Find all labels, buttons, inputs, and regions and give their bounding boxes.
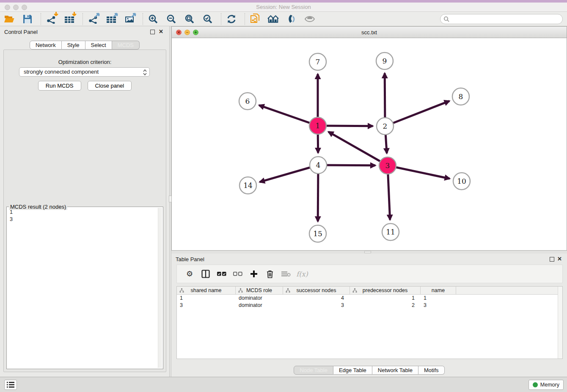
horizontal-splitter[interactable] (171, 251, 567, 254)
toolbar-separator (83, 13, 83, 25)
import-network-icon[interactable] (45, 13, 57, 25)
node-4[interactable]: 4 (310, 157, 327, 174)
cell-name[interactable]: 1 (421, 295, 456, 302)
houses-icon[interactable] (267, 13, 279, 25)
run-mcds-button[interactable]: Run MCDS (38, 81, 81, 91)
select-all-checks-icon[interactable] (216, 268, 227, 279)
result-scrollbar[interactable] (158, 208, 162, 368)
node-8[interactable]: 8 (452, 88, 469, 105)
edge-2-8[interactable] (385, 101, 449, 126)
float-panel-button[interactable] (150, 30, 155, 34)
node-9[interactable]: 9 (376, 52, 393, 69)
close-panel-button[interactable]: ✕ (159, 28, 163, 35)
criterion-value: strongly connected component (24, 69, 99, 75)
node-10[interactable]: 10 (453, 173, 470, 190)
table-row[interactable]: 1dominator411 (177, 295, 562, 302)
column-header-successor-nodes[interactable]: successor nodes (283, 287, 350, 294)
memory-button[interactable]: Memory (528, 380, 564, 390)
network-graph[interactable]: 7968124314101511 (172, 38, 567, 250)
cell-successor-nodes[interactable]: 4 (283, 295, 350, 302)
cell-shared-name[interactable]: 1 (177, 295, 236, 302)
function-builder-icon: f(x) (297, 268, 308, 279)
node-7[interactable]: 7 (309, 53, 326, 70)
delete-column-icon[interactable] (264, 268, 275, 279)
mcds-result-text[interactable]: 1 3 (8, 209, 157, 368)
criterion-select[interactable]: strongly connected component (19, 67, 150, 77)
import-table-icon[interactable] (63, 13, 75, 25)
memory-status-icon (533, 382, 538, 387)
zoom-out-icon[interactable] (165, 13, 177, 25)
close-table-panel-button[interactable]: ✕ (557, 256, 562, 262)
control-panel: Control Panel ✕ NetworkStyleSelectMCDS O… (0, 26, 169, 377)
table-tab-node-table[interactable]: Node Table (294, 366, 333, 375)
table-tab-motifs[interactable]: Motifs (418, 366, 445, 375)
node-14[interactable]: 14 (239, 177, 256, 194)
node-label-8: 8 (459, 92, 463, 101)
tab-mcds[interactable]: MCDS (112, 41, 140, 50)
node-11[interactable]: 11 (382, 224, 399, 240)
add-column-icon[interactable] (248, 268, 259, 279)
control-panel-title: Control Panel (4, 29, 38, 35)
node-label-15: 15 (313, 229, 322, 238)
table-tab-network-table[interactable]: Network Table (372, 366, 418, 375)
tab-network[interactable]: Network (30, 41, 62, 50)
column-visibility-icon[interactable] (200, 268, 211, 279)
save-session-icon[interactable] (22, 13, 33, 25)
network-window-titlebar[interactable]: ✕ – + scc.txt (172, 27, 567, 38)
column-header-predecessor-nodes[interactable]: predecessor nodes (350, 287, 421, 294)
cell-predecessor-nodes[interactable]: 1 (350, 295, 421, 302)
node-2[interactable]: 2 (377, 118, 394, 135)
zoom-fit-icon[interactable] (184, 13, 195, 25)
table-scrollbar[interactable] (558, 287, 562, 359)
control-panel-tabs: NetworkStyleSelectMCDS (0, 41, 169, 50)
close-panel-button-2[interactable]: Close panel (88, 81, 132, 91)
style-brush-icon[interactable] (286, 13, 297, 25)
edge-3-1[interactable] (328, 132, 388, 166)
edge-4-14[interactable] (260, 165, 318, 182)
deselect-all-checks-icon[interactable] (232, 268, 243, 279)
edge-1-6[interactable] (259, 105, 318, 126)
table-panel: Table Panel ✕ ⚙ f(x) shared nameMCDS rol… (171, 254, 567, 377)
tab-style[interactable]: Style (62, 41, 85, 50)
cell-name[interactable]: 3 (421, 302, 456, 309)
float-table-panel-button[interactable] (550, 257, 554, 262)
node-6[interactable]: 6 (239, 93, 256, 110)
table-tab-edge-table[interactable]: Edge Table (333, 366, 372, 375)
table-row[interactable]: 3dominator323 (177, 302, 562, 309)
column-header-MCDS-role[interactable]: MCDS role (236, 287, 283, 294)
splitter-grip[interactable] (364, 251, 371, 253)
network-canvas[interactable]: 7968124314101511 (172, 38, 567, 250)
open-session-icon[interactable] (3, 13, 15, 25)
cell-predecessor-nodes[interactable]: 2 (350, 302, 421, 309)
control-panel-header: Control Panel ✕ (0, 26, 169, 37)
settings-gear-icon[interactable]: ⚙ (184, 268, 195, 279)
list-icon (7, 382, 14, 388)
node-label-2: 2 (383, 122, 388, 130)
node-1[interactable]: 1 (309, 117, 326, 134)
export-table-icon[interactable] (105, 13, 117, 25)
task-history-button[interactable] (4, 380, 17, 390)
search-input[interactable] (440, 14, 563, 24)
show-hide-eye-icon[interactable] (304, 13, 315, 25)
edge-3-10[interactable] (388, 166, 450, 179)
node-3[interactable]: 3 (379, 157, 396, 174)
refresh-layout-icon[interactable] (226, 13, 237, 25)
zoom-in-icon[interactable] (147, 13, 159, 25)
zoom-selected-icon[interactable] (202, 13, 213, 25)
export-network-icon[interactable] (87, 13, 99, 25)
node-label-11: 11 (386, 228, 395, 236)
tab-select[interactable]: Select (85, 41, 112, 50)
column-header-name[interactable]: name (421, 287, 456, 294)
node-label-7: 7 (316, 58, 320, 66)
export-image-icon[interactable] (124, 13, 135, 25)
cell-successor-nodes[interactable]: 3 (283, 302, 350, 309)
optimization-criterion-label: Optimization criterion: (4, 59, 166, 65)
toolbar-separator (245, 13, 245, 25)
node-15[interactable]: 15 (309, 225, 326, 242)
toolbar-separator (143, 13, 143, 25)
cell-MCDS-role[interactable]: dominator (236, 295, 283, 302)
cell-MCDS-role[interactable]: dominator (236, 302, 283, 309)
clone-network-icon[interactable] (249, 13, 261, 25)
column-header-shared-name[interactable]: shared name (177, 287, 236, 294)
cell-shared-name[interactable]: 3 (177, 302, 236, 309)
